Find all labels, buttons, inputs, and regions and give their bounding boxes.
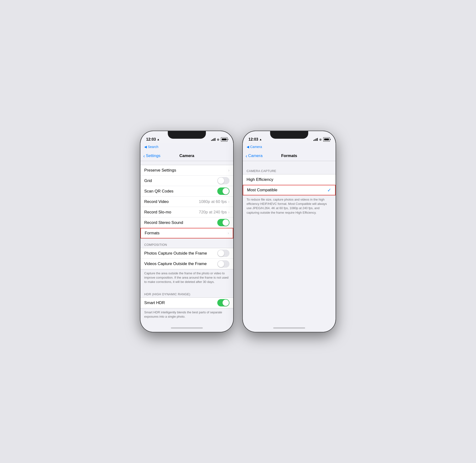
preserve-settings-item[interactable]: Preserve Settings › [140,165,233,176]
scan-qr-label: Scan QR Codes [144,189,217,194]
formats-bottom-spacer [243,219,336,233]
scan-qr-toggle[interactable] [217,187,229,195]
smart-hdr-label: Smart HDR [144,301,217,305]
time-display-2: 12:03 [249,137,258,142]
scroll-content-1[interactable]: Preserve Settings › Grid Scan QR Codes [140,161,233,324]
formats-chevron: › [228,231,229,235]
home-indicator-2 [273,327,305,329]
back-button-1[interactable]: ‹ Settings [143,153,161,158]
back-chevron-icon: ◀ [144,145,147,149]
back-to-search[interactable]: ◀ Search [144,145,158,149]
phone-1: 12:03 ▲ ⊗ [140,131,233,332]
wifi-icon-2: ⊗ [319,138,322,141]
location-icon-2: ▲ [259,138,262,141]
record-slomo-value: 720p at 240 fps [199,210,227,215]
back-chevron: ‹ [143,153,145,158]
screen-1: 12:03 ▲ ⊗ [140,131,233,332]
smart-hdr-thumb [223,300,229,306]
high-efficiency-option[interactable]: High Efficiency [243,174,336,185]
high-efficiency-label: High Efficiency [247,177,332,182]
status-icons-2: ⊗ [314,137,330,142]
camera-capture-group: High Efficiency Most Compatible ✓ [243,174,336,196]
scan-qr-item[interactable]: Scan QR Codes [140,186,233,196]
home-indicator-1 [171,327,203,329]
preserve-settings-chevron: › [228,168,229,172]
status-icons-1: ⊗ [211,137,227,142]
signal-icon-2 [314,138,318,141]
photos-outside-item[interactable]: Photos Capture Outside the Frame [140,248,233,259]
main-settings-group: Preserve Settings › Grid Scan QR Codes [140,165,233,239]
photos-outside-toggle[interactable] [217,249,229,257]
photos-outside-thumb [218,250,224,257]
time-display: 12:03 [146,137,156,142]
battery-icon [221,137,227,142]
signal-icon [211,138,216,141]
hdr-group: Smart HDR [140,297,233,308]
back-to-camera[interactable]: ◀ Camera [247,145,262,149]
smart-hdr-item[interactable]: Smart HDR [140,298,233,308]
videos-outside-toggle[interactable] [217,260,229,268]
grid-item[interactable]: Grid [140,176,233,186]
scene: 12:03 ▲ ⊗ [140,131,336,332]
record-video-label: Record Video [144,199,199,204]
videos-outside-item[interactable]: Videos Capture Outside the Frame [140,259,233,269]
screen-2: 12:03 ▲ ⊗ [243,131,336,332]
phone-2: 12:03 ▲ ⊗ [243,131,336,332]
record-stereo-label: Record Stereo Sound [144,220,217,225]
formats-label: Formats [145,231,228,236]
battery-icon-2 [323,137,330,142]
grid-toggle-thumb [218,178,224,184]
status-time-1: 12:03 ▲ [146,137,160,142]
formats-spacer-top [243,161,336,165]
checkmark-icon: ✓ [327,187,331,193]
grid-label: Grid [144,178,217,183]
record-stereo-toggle[interactable] [217,219,229,226]
bottom-bar-2 [243,324,336,332]
composition-footer: Capture the area outside the frame of th… [140,269,233,288]
scroll-content-2[interactable]: CAMERA CAPTURE High Efficiency Most Comp… [243,161,336,324]
back-chevron-icon-2: ◀ [247,145,249,149]
status-time-2: 12:03 ▲ [249,137,262,142]
nav-bar-1: ‹ Settings Camera [140,151,233,161]
preserve-settings-label: Preserve Settings [144,168,228,173]
notch-1 [168,131,206,139]
smart-hdr-toggle[interactable] [217,299,229,306]
hdr-header: HDR (HIGH DYNAMIC RANGE) [140,288,233,297]
back-chevron-2: ‹ [246,153,247,158]
videos-outside-thumb [218,261,224,267]
spacer-top [140,161,233,165]
bottom-bar-1 [140,324,233,332]
record-video-chevron: › [228,200,229,204]
hdr-footer: Smart HDR intelligently blends the best … [140,308,233,323]
composition-group: Photos Capture Outside the Frame Videos … [140,248,233,269]
notch-2 [270,131,308,139]
most-compatible-option[interactable]: Most Compatible ✓ [243,185,336,195]
record-slomo-item[interactable]: Record Slo-mo 720p at 240 fps › [140,207,233,217]
record-video-value: 1080p at 60 fps [199,199,227,204]
grid-toggle[interactable] [217,177,229,184]
composition-header: COMPOSITION [140,239,233,248]
record-stereo-item[interactable]: Record Stereo Sound [140,217,233,228]
back-label-2: Camera [248,153,262,158]
record-slomo-chevron: › [228,210,229,214]
back-label-1: Settings [146,153,161,158]
formats-item[interactable]: Formats › [140,228,233,238]
record-video-item[interactable]: Record Video 1080p at 60 fps › [140,196,233,207]
record-stereo-thumb [223,219,229,226]
videos-outside-label: Videos Capture Outside the Frame [144,261,217,266]
search-breadcrumb-1[interactable]: ◀ Search [140,143,233,151]
photos-outside-label: Photos Capture Outside the Frame [144,251,217,256]
location-icon: ▲ [157,138,160,141]
page-title-2: Formats [281,153,297,158]
nav-bar-2: ‹ Camera Formats [243,151,336,161]
formats-description: To reduce file size, capture photos and … [243,196,336,219]
most-compatible-label: Most Compatible [247,188,327,193]
camera-capture-header: CAMERA CAPTURE [243,165,336,174]
wifi-icon: ⊗ [217,138,219,141]
back-button-2[interactable]: ‹ Camera [246,153,262,158]
search-breadcrumb-2[interactable]: ◀ Camera [243,143,336,151]
record-slomo-label: Record Slo-mo [144,210,199,215]
page-title-1: Camera [180,153,194,158]
scan-qr-toggle-thumb [223,188,229,194]
search-label: Search [148,145,158,149]
